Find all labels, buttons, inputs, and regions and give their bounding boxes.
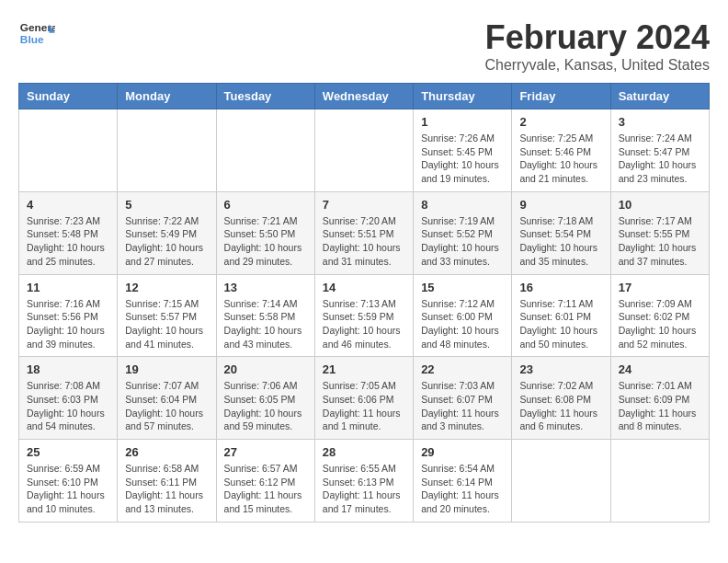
calendar-day-cell: 27Sunrise: 6:57 AM Sunset: 6:12 PM Dayli… xyxy=(216,440,314,523)
calendar-day-cell xyxy=(314,109,413,192)
day-number: 28 xyxy=(323,445,405,459)
day-number: 14 xyxy=(323,281,405,294)
calendar-day-cell xyxy=(216,109,314,192)
calendar-day-cell: 9Sunrise: 7:18 AM Sunset: 5:54 PM Daylig… xyxy=(512,191,610,274)
day-info: Sunrise: 7:19 AM Sunset: 5:52 PM Dayligh… xyxy=(421,214,504,269)
weekday-header: Saturday xyxy=(610,84,709,109)
day-info: Sunrise: 7:26 AM Sunset: 5:45 PM Dayligh… xyxy=(421,132,504,186)
day-info: Sunrise: 7:09 AM Sunset: 6:02 PM Dayligh… xyxy=(619,297,701,351)
calendar-day-cell: 25Sunrise: 6:59 AM Sunset: 6:10 PM Dayli… xyxy=(19,440,118,523)
calendar-day-cell: 5Sunrise: 7:22 AM Sunset: 5:49 PM Daylig… xyxy=(118,191,216,274)
day-number: 3 xyxy=(619,115,701,129)
calendar-day-cell: 17Sunrise: 7:09 AM Sunset: 6:02 PM Dayli… xyxy=(610,274,709,357)
day-number: 26 xyxy=(125,445,208,459)
day-info: Sunrise: 7:21 AM Sunset: 5:50 PM Dayligh… xyxy=(224,214,307,269)
day-number: 29 xyxy=(421,445,504,459)
weekday-header: Tuesday xyxy=(216,84,314,109)
day-info: Sunrise: 7:12 AM Sunset: 6:00 PM Dayligh… xyxy=(421,297,504,351)
logo-icon: General Blue xyxy=(18,18,55,46)
day-number: 1 xyxy=(421,115,504,129)
day-number: 8 xyxy=(421,198,504,212)
calendar-week-row: 4Sunrise: 7:23 AM Sunset: 5:48 PM Daylig… xyxy=(19,191,710,274)
day-number: 21 xyxy=(323,362,405,376)
calendar-day-cell: 2Sunrise: 7:25 AM Sunset: 5:46 PM Daylig… xyxy=(512,109,610,192)
day-number: 12 xyxy=(125,281,208,294)
calendar-day-cell: 19Sunrise: 7:07 AM Sunset: 6:04 PM Dayli… xyxy=(118,357,216,440)
calendar-day-cell: 8Sunrise: 7:19 AM Sunset: 5:52 PM Daylig… xyxy=(414,191,512,274)
day-number: 16 xyxy=(519,281,602,294)
logo: General Blue xyxy=(18,18,55,46)
weekday-header: Sunday xyxy=(19,84,118,109)
svg-text:Blue: Blue xyxy=(20,33,44,46)
calendar-week-row: 11Sunrise: 7:16 AM Sunset: 5:56 PM Dayli… xyxy=(19,274,710,357)
day-info: Sunrise: 6:59 AM Sunset: 6:10 PM Dayligh… xyxy=(27,462,109,516)
day-info: Sunrise: 7:15 AM Sunset: 5:57 PM Dayligh… xyxy=(125,297,208,351)
day-number: 15 xyxy=(421,281,504,294)
page-header: General Blue February 2024 Cherryvale, K… xyxy=(18,18,710,74)
day-info: Sunrise: 7:14 AM Sunset: 5:58 PM Dayligh… xyxy=(224,297,307,351)
calendar-day-cell: 21Sunrise: 7:05 AM Sunset: 6:06 PM Dayli… xyxy=(314,357,413,440)
day-info: Sunrise: 7:05 AM Sunset: 6:06 PM Dayligh… xyxy=(323,379,405,433)
calendar-day-cell: 15Sunrise: 7:12 AM Sunset: 6:00 PM Dayli… xyxy=(414,274,512,357)
calendar-day-cell: 28Sunrise: 6:55 AM Sunset: 6:13 PM Dayli… xyxy=(314,440,413,523)
day-number: 10 xyxy=(619,198,701,212)
calendar-table: SundayMondayTuesdayWednesdayThursdayFrid… xyxy=(18,83,710,523)
day-number: 6 xyxy=(224,198,307,212)
day-info: Sunrise: 7:20 AM Sunset: 5:51 PM Dayligh… xyxy=(323,214,405,269)
day-number: 13 xyxy=(224,281,307,294)
page-title: February 2024 xyxy=(484,18,710,57)
day-info: Sunrise: 7:01 AM Sunset: 6:09 PM Dayligh… xyxy=(619,379,701,433)
day-number: 17 xyxy=(619,281,701,294)
day-info: Sunrise: 7:03 AM Sunset: 6:07 PM Dayligh… xyxy=(421,379,504,433)
day-number: 25 xyxy=(27,445,109,459)
calendar-day-cell: 24Sunrise: 7:01 AM Sunset: 6:09 PM Dayli… xyxy=(610,357,709,440)
day-info: Sunrise: 7:07 AM Sunset: 6:04 PM Dayligh… xyxy=(125,379,208,433)
calendar-day-cell: 20Sunrise: 7:06 AM Sunset: 6:05 PM Dayli… xyxy=(216,357,314,440)
weekday-header: Friday xyxy=(512,84,610,109)
day-number: 4 xyxy=(27,198,109,212)
calendar-week-row: 18Sunrise: 7:08 AM Sunset: 6:03 PM Dayli… xyxy=(19,357,710,440)
calendar-day-cell: 3Sunrise: 7:24 AM Sunset: 5:47 PM Daylig… xyxy=(610,109,709,192)
day-number: 9 xyxy=(519,198,602,212)
weekday-header: Wednesday xyxy=(314,84,413,109)
day-number: 20 xyxy=(224,362,307,376)
day-number: 5 xyxy=(125,198,208,212)
calendar-day-cell: 4Sunrise: 7:23 AM Sunset: 5:48 PM Daylig… xyxy=(19,191,118,274)
day-info: Sunrise: 6:58 AM Sunset: 6:11 PM Dayligh… xyxy=(125,462,208,516)
calendar-day-cell: 26Sunrise: 6:58 AM Sunset: 6:11 PM Dayli… xyxy=(118,440,216,523)
calendar-day-cell: 23Sunrise: 7:02 AM Sunset: 6:08 PM Dayli… xyxy=(512,357,610,440)
calendar-header-row: SundayMondayTuesdayWednesdayThursdayFrid… xyxy=(19,84,710,109)
calendar-day-cell: 13Sunrise: 7:14 AM Sunset: 5:58 PM Dayli… xyxy=(216,274,314,357)
calendar-week-row: 1Sunrise: 7:26 AM Sunset: 5:45 PM Daylig… xyxy=(19,109,710,192)
day-info: Sunrise: 6:54 AM Sunset: 6:14 PM Dayligh… xyxy=(421,462,504,516)
calendar-day-cell xyxy=(512,440,610,523)
day-info: Sunrise: 7:23 AM Sunset: 5:48 PM Dayligh… xyxy=(27,214,109,269)
calendar-day-cell: 22Sunrise: 7:03 AM Sunset: 6:07 PM Dayli… xyxy=(414,357,512,440)
day-info: Sunrise: 6:57 AM Sunset: 6:12 PM Dayligh… xyxy=(224,462,307,516)
day-info: Sunrise: 7:13 AM Sunset: 5:59 PM Dayligh… xyxy=(323,297,405,351)
day-info: Sunrise: 7:18 AM Sunset: 5:54 PM Dayligh… xyxy=(519,214,602,269)
day-number: 27 xyxy=(224,445,307,459)
page-subtitle: Cherryvale, Kansas, United States xyxy=(484,57,710,74)
day-info: Sunrise: 7:17 AM Sunset: 5:55 PM Dayligh… xyxy=(619,214,701,269)
day-number: 7 xyxy=(323,198,405,212)
day-info: Sunrise: 7:02 AM Sunset: 6:08 PM Dayligh… xyxy=(519,379,602,433)
calendar-day-cell: 7Sunrise: 7:20 AM Sunset: 5:51 PM Daylig… xyxy=(314,191,413,274)
day-info: Sunrise: 6:55 AM Sunset: 6:13 PM Dayligh… xyxy=(323,462,405,516)
calendar-week-row: 25Sunrise: 6:59 AM Sunset: 6:10 PM Dayli… xyxy=(19,440,710,523)
calendar-day-cell: 6Sunrise: 7:21 AM Sunset: 5:50 PM Daylig… xyxy=(216,191,314,274)
calendar-day-cell: 1Sunrise: 7:26 AM Sunset: 5:45 PM Daylig… xyxy=(414,109,512,192)
title-section: February 2024 Cherryvale, Kansas, United… xyxy=(484,18,710,74)
calendar-day-cell: 12Sunrise: 7:15 AM Sunset: 5:57 PM Dayli… xyxy=(118,274,216,357)
day-info: Sunrise: 7:11 AM Sunset: 6:01 PM Dayligh… xyxy=(519,297,602,351)
calendar-day-cell: 14Sunrise: 7:13 AM Sunset: 5:59 PM Dayli… xyxy=(314,274,413,357)
day-number: 11 xyxy=(27,281,109,294)
day-info: Sunrise: 7:08 AM Sunset: 6:03 PM Dayligh… xyxy=(27,379,109,433)
day-number: 19 xyxy=(125,362,208,376)
day-number: 24 xyxy=(619,362,701,376)
weekday-header: Monday xyxy=(118,84,216,109)
calendar-day-cell: 11Sunrise: 7:16 AM Sunset: 5:56 PM Dayli… xyxy=(19,274,118,357)
day-info: Sunrise: 7:24 AM Sunset: 5:47 PM Dayligh… xyxy=(619,132,701,186)
calendar-day-cell xyxy=(610,440,709,523)
calendar-day-cell: 29Sunrise: 6:54 AM Sunset: 6:14 PM Dayli… xyxy=(414,440,512,523)
